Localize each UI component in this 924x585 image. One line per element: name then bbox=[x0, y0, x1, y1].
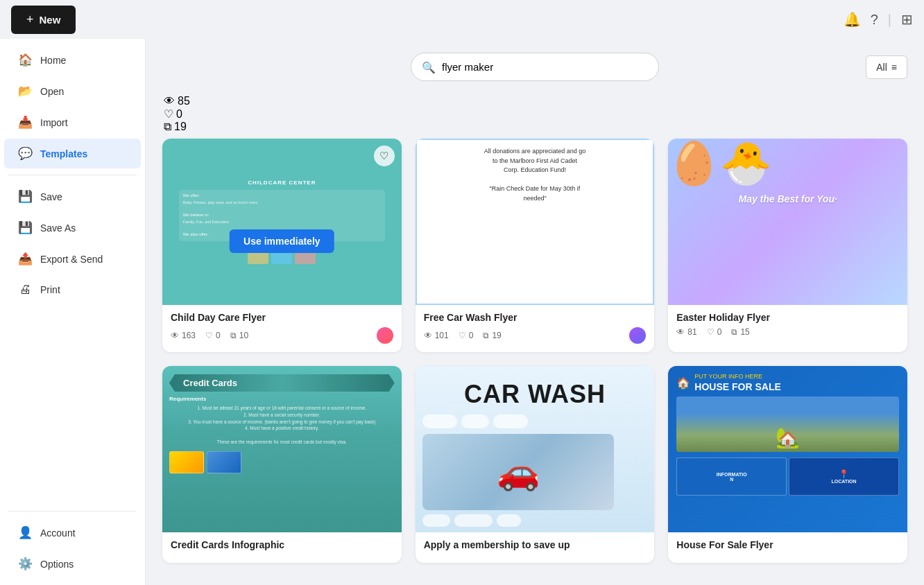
grid-icon[interactable]: ⊞ bbox=[901, 11, 913, 28]
print-icon: 🖨 bbox=[18, 283, 32, 297]
house-title: HOUSE FOR SALE bbox=[694, 381, 780, 392]
sidebar-divider-2 bbox=[8, 511, 137, 512]
sidebar-item-account[interactable]: 👤 Account bbox=[4, 518, 141, 548]
childcare-card-info: Child Day Care Flyer 👁 163 ♡ 0 bbox=[162, 305, 402, 352]
heart-icon: ♡ bbox=[164, 107, 173, 121]
credit-list: 1. Must be atleast 21 years of age or 18… bbox=[169, 405, 395, 446]
template-card-house[interactable]: 🏠 PUT YOUR INFO HERE HOUSE FOR SALE 🏡 IN… bbox=[668, 366, 907, 563]
freecarwash-stats: 👁 101 ♡ 0 ⧉ 19 bbox=[424, 331, 502, 340]
open-icon: 📂 bbox=[18, 84, 32, 98]
top-views-count: 85 bbox=[178, 95, 190, 107]
sidebar-label-print: Print bbox=[40, 284, 60, 295]
sidebar-label-home: Home bbox=[40, 55, 66, 66]
template-card-carwash[interactable]: CAR WASH 🚗 bbox=[416, 366, 655, 563]
childcare-stats-row: 👁 163 ♡ 0 ⧉ 10 bbox=[171, 327, 393, 344]
partial-row: 👁 85 ♡ 0 ⧉ 19 bbox=[162, 95, 907, 133]
top-copies-count: 19 bbox=[174, 121, 187, 133]
top-likes-count: 0 bbox=[176, 108, 182, 121]
sidebar-item-save[interactable]: 💾 Save bbox=[4, 182, 141, 211]
copy-icon: ⧉ bbox=[164, 121, 171, 133]
easter-text: May the Best for You· bbox=[668, 193, 907, 204]
sidebar-item-export[interactable]: 📤 Export & Send bbox=[4, 244, 141, 274]
sidebar-label-save: Save bbox=[40, 191, 62, 202]
sidebar-item-home[interactable]: 🏠 Home bbox=[4, 45, 141, 75]
template-card-childcare[interactable]: ♡ CHILDCARE CENTER We offer: Baby, Fitne… bbox=[162, 139, 402, 352]
top-partial-stats: 👁 85 ♡ 0 ⧉ 19 bbox=[164, 95, 906, 133]
top-views-stat: 👁 85 bbox=[164, 95, 906, 107]
carwash-image: CAR WASH 🚗 bbox=[416, 366, 655, 532]
use-immediately-button[interactable]: Use immediately bbox=[230, 229, 334, 253]
account-icon: 👤 bbox=[18, 525, 32, 540]
freecarwash-views: 👁 101 bbox=[424, 331, 449, 340]
easter-eggs-icon: 🥚🐣 bbox=[668, 139, 907, 188]
sidebar-item-print[interactable]: 🖨 Print bbox=[4, 275, 141, 304]
house-location-box: 📍 LOCATION bbox=[789, 457, 899, 496]
avatar-freecarwash bbox=[629, 327, 646, 344]
house-image: 🏠 PUT YOUR INFO HERE HOUSE FOR SALE 🏡 IN… bbox=[668, 366, 907, 532]
easter-likes: ♡ 0 bbox=[707, 327, 722, 337]
freecarwash-stats-row: 👁 101 ♡ 0 ⧉ 19 bbox=[424, 327, 647, 344]
credit-title: Credit Cards Infographic bbox=[171, 539, 393, 550]
childcare-likes: ♡ 0 bbox=[205, 331, 221, 340]
easter-copies: ⧉ 15 bbox=[731, 327, 749, 337]
house-info-box: INFORMATION bbox=[676, 457, 787, 496]
divider: | bbox=[888, 12, 891, 28]
template-card-credit[interactable]: Credit Cards Requirements 1. Must be atl… bbox=[162, 366, 402, 563]
childcare-copies: ⧉ 10 bbox=[230, 331, 248, 340]
eye-icon: 👁 bbox=[424, 331, 432, 340]
heart-icon: ♡ bbox=[205, 331, 213, 340]
freecarwash-title: Free Car Wash Flyer bbox=[424, 312, 647, 323]
eye-icon: 👁 bbox=[164, 95, 175, 107]
export-icon: 📤 bbox=[18, 252, 32, 266]
credit-card-info: Credit Cards Infographic bbox=[162, 532, 402, 563]
sidebar: 🏠 Home 📂 Open 📥 Import 💬 Templates 💾 Sav… bbox=[0, 39, 146, 585]
home-icon: 🏠 bbox=[18, 53, 32, 67]
template-grid: ♡ CHILDCARE CENTER We offer: Baby, Fitne… bbox=[162, 139, 907, 563]
credit-requirements: Requirements bbox=[169, 396, 395, 402]
heart-icon: ♡ bbox=[707, 327, 715, 337]
childcare-image: ♡ CHILDCARE CENTER We offer: Baby, Fitne… bbox=[162, 139, 402, 305]
credit-image: Credit Cards Requirements 1. Must be atl… bbox=[162, 366, 402, 532]
sidebar-item-options[interactable]: ⚙️ Options bbox=[4, 549, 141, 579]
top-likes-stat: ♡ 0 bbox=[164, 107, 906, 121]
house-main-photo: 🏡 bbox=[676, 396, 899, 452]
sidebar-label-export: Export & Send bbox=[40, 254, 103, 265]
filter-label: All bbox=[876, 62, 887, 73]
freecarwash-copies: ⧉ 19 bbox=[483, 331, 501, 340]
question-icon[interactable]: ? bbox=[871, 12, 878, 28]
avatar-childcare bbox=[377, 327, 393, 344]
freecarwash-text: All donations are appreciated and go to … bbox=[424, 147, 647, 203]
easter-card-info: Easter Holiday Flyer 👁 81 ♡ 0 bbox=[668, 305, 907, 345]
sidebar-label-templates: Templates bbox=[40, 148, 87, 159]
sidebar-item-save-as[interactable]: 💾 Save As bbox=[4, 213, 141, 243]
copy-icon: ⧉ bbox=[731, 327, 737, 337]
options-icon: ⚙️ bbox=[18, 557, 32, 571]
bell-icon[interactable]: 🔔 bbox=[844, 11, 861, 28]
search-input[interactable] bbox=[411, 53, 659, 81]
template-card-freecarwash[interactable]: All donations are appreciated and go to … bbox=[416, 139, 655, 352]
copy-icon: ⧉ bbox=[230, 331, 237, 340]
sidebar-item-templates[interactable]: 💬 Templates bbox=[4, 139, 141, 168]
template-card-easter[interactable]: 🥚🐣 May the Best for You· Easter Holiday … bbox=[668, 139, 907, 352]
childcare-heart-button[interactable]: ♡ bbox=[374, 146, 395, 166]
filter-list-icon: ≡ bbox=[891, 62, 897, 73]
search-container: 🔍 bbox=[411, 53, 659, 81]
sidebar-item-import[interactable]: 📥 Import bbox=[4, 107, 141, 137]
easter-title: Easter Holiday Flyer bbox=[676, 312, 899, 323]
freecarwash-card-info: Free Car Wash Flyer 👁 101 ♡ 0 bbox=[416, 305, 655, 352]
childcare-views: 👁 163 bbox=[171, 331, 196, 340]
freecarwash-likes: ♡ 0 bbox=[459, 331, 474, 340]
childcare-title: Child Day Care Flyer bbox=[171, 312, 393, 323]
easter-stats-row: 👁 81 ♡ 0 ⧉ 15 bbox=[676, 327, 899, 337]
credit-banner: Credit Cards bbox=[169, 374, 395, 392]
easter-image: 🥚🐣 May the Best for You· bbox=[668, 139, 907, 305]
new-button[interactable]: + New bbox=[11, 6, 76, 34]
filter-all-button[interactable]: All ≡ bbox=[866, 55, 907, 79]
sidebar-divider-1 bbox=[8, 175, 137, 175]
save-icon: 💾 bbox=[18, 189, 32, 204]
sidebar-item-open[interactable]: 📂 Open bbox=[4, 76, 141, 106]
templates-icon: 💬 bbox=[18, 146, 32, 161]
new-label: New bbox=[40, 14, 61, 26]
search-row: 🔍 All ≡ bbox=[162, 53, 907, 81]
save-as-icon: 💾 bbox=[18, 220, 32, 235]
